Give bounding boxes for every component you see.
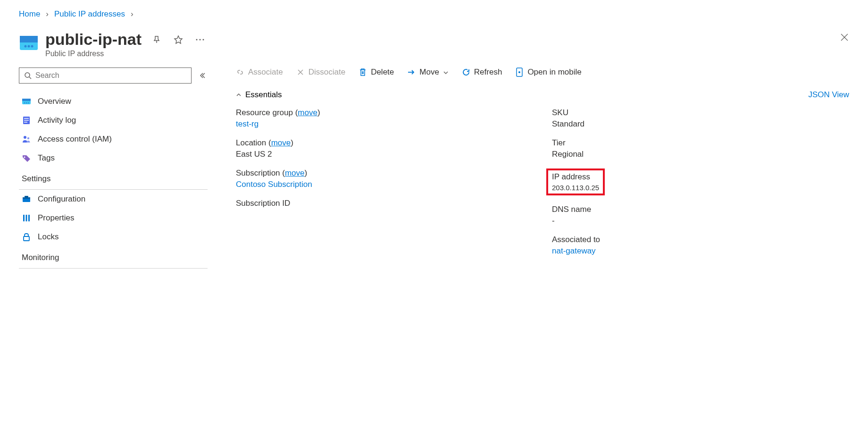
sidebar-section-settings: Settings (19, 168, 208, 187)
page-subtitle: Public IP address (45, 50, 207, 58)
favorite-button[interactable] (172, 33, 185, 46)
more-button[interactable] (193, 36, 207, 43)
svg-point-23 (24, 157, 25, 158)
svg-point-2 (25, 45, 27, 48)
pin-button[interactable] (150, 33, 163, 46)
svg-point-4 (31, 45, 33, 48)
ip-address-highlight: IP address 203.0.113.0.25 (546, 168, 605, 195)
tags-icon (22, 153, 31, 163)
configuration-icon (22, 194, 31, 204)
chevron-right-icon: › (131, 9, 134, 19)
json-view-link[interactable]: JSON View (808, 90, 849, 100)
svg-rect-19 (24, 120, 29, 121)
move-icon (407, 68, 416, 76)
search-icon (24, 72, 32, 79)
sidebar-item-configuration[interactable]: Configuration (19, 190, 208, 209)
svg-point-6 (199, 39, 200, 40)
essentials-location: Location (move) East US 2 (236, 138, 533, 159)
svg-rect-1 (20, 36, 38, 42)
delete-button[interactable]: Delete (359, 67, 394, 77)
resource-group-link[interactable]: test-rg (236, 119, 533, 129)
essentials-associated-to: Associated to nat-gateway (552, 235, 849, 256)
svg-point-7 (202, 39, 204, 40)
sidebar-item-activity-log[interactable]: Activity log (19, 111, 208, 130)
sidebar-item-label: Activity log (38, 116, 76, 125)
sidebar-item-label: Overview (38, 97, 71, 106)
dissociate-icon (296, 68, 305, 76)
svg-rect-25 (23, 197, 30, 199)
essentials-resource-group: Resource group (move) test-rg (236, 108, 533, 129)
subscription-link[interactable]: Contoso Subscription (236, 180, 533, 189)
essentials-grid: Resource group (move) test-rg Location (… (236, 108, 849, 256)
sidebar-item-overview[interactable]: Overview (19, 92, 208, 111)
chevron-down-icon (443, 67, 449, 77)
open-mobile-button[interactable]: Open in mobile (515, 67, 581, 77)
search-field[interactable] (35, 71, 186, 80)
refresh-icon (462, 68, 470, 76)
sidebar-item-locks[interactable]: Locks (19, 227, 208, 246)
move-button[interactable]: Move (407, 67, 449, 77)
svg-point-5 (196, 39, 197, 40)
page-title: public-ip-nat (45, 30, 142, 49)
divider (19, 268, 208, 269)
essentials-dns-name: DNS name - (552, 205, 849, 226)
breadcrumb-parent[interactable]: Public IP addresses (54, 9, 125, 19)
close-button[interactable] (840, 30, 849, 45)
sidebar-item-label: Properties (38, 213, 74, 223)
properties-icon (22, 213, 31, 223)
essentials-ip-address: IP address 203.0.113.0.25 (552, 172, 599, 192)
locks-icon (22, 232, 31, 242)
sidebar-item-label: Locks (38, 232, 58, 242)
essentials-sku: SKU Standard (552, 108, 849, 129)
page-header: public-ip-nat Public IP address (19, 30, 849, 58)
content: Associate Dissociate Delete Move (208, 67, 849, 269)
sidebar-item-properties[interactable]: Properties (19, 209, 208, 227)
chevron-right-icon: › (46, 9, 49, 19)
mobile-icon (515, 68, 524, 76)
svg-point-16 (28, 102, 29, 103)
svg-point-10 (25, 73, 30, 77)
move-resource-group-link[interactable]: move (298, 108, 317, 117)
chevron-up-icon (236, 93, 242, 97)
svg-point-35 (518, 71, 520, 73)
search-input[interactable] (19, 67, 192, 84)
sidebar-item-label: Tags (38, 153, 55, 163)
breadcrumb-home[interactable]: Home (19, 9, 40, 19)
associated-to-link[interactable]: nat-gateway (552, 246, 849, 256)
svg-rect-29 (28, 215, 30, 221)
move-subscription-link[interactable]: move (285, 168, 305, 177)
svg-rect-18 (24, 118, 29, 119)
svg-point-15 (26, 102, 27, 103)
essentials-tier: Tier Regional (552, 138, 849, 159)
svg-rect-26 (25, 196, 28, 197)
collapse-sidebar-button[interactable] (197, 70, 208, 81)
svg-rect-30 (24, 236, 29, 241)
associate-icon (236, 68, 244, 76)
svg-line-11 (29, 77, 31, 79)
access-control-icon (22, 135, 31, 144)
sidebar-item-tags[interactable]: Tags (19, 149, 208, 168)
svg-rect-20 (24, 122, 27, 123)
breadcrumb: Home › Public IP addresses › (19, 9, 849, 19)
sidebar-item-access-control[interactable]: Access control (IAM) (19, 130, 208, 149)
overview-icon (22, 97, 31, 106)
svg-rect-28 (26, 215, 27, 221)
sidebar-item-label: Configuration (38, 194, 85, 204)
essentials-toggle[interactable]: Essentials (236, 90, 282, 100)
svg-point-3 (28, 45, 30, 48)
move-location-link[interactable]: move (271, 138, 291, 147)
svg-point-21 (24, 136, 26, 139)
refresh-button[interactable]: Refresh (462, 67, 502, 77)
sidebar: Overview Activity log Access control (IA… (19, 67, 208, 269)
delete-icon (359, 68, 367, 76)
associate-button: Associate (236, 67, 283, 77)
sidebar-item-label: Access control (IAM) (38, 135, 112, 144)
essentials-subscription-id: Subscription ID (236, 199, 533, 210)
public-ip-icon (19, 33, 39, 53)
toolbar: Associate Dissociate Delete Move (236, 67, 849, 77)
svg-rect-13 (22, 99, 31, 101)
dissociate-button: Dissociate (296, 67, 345, 77)
svg-point-14 (24, 102, 25, 103)
activity-log-icon (22, 116, 31, 125)
svg-rect-27 (23, 215, 25, 221)
